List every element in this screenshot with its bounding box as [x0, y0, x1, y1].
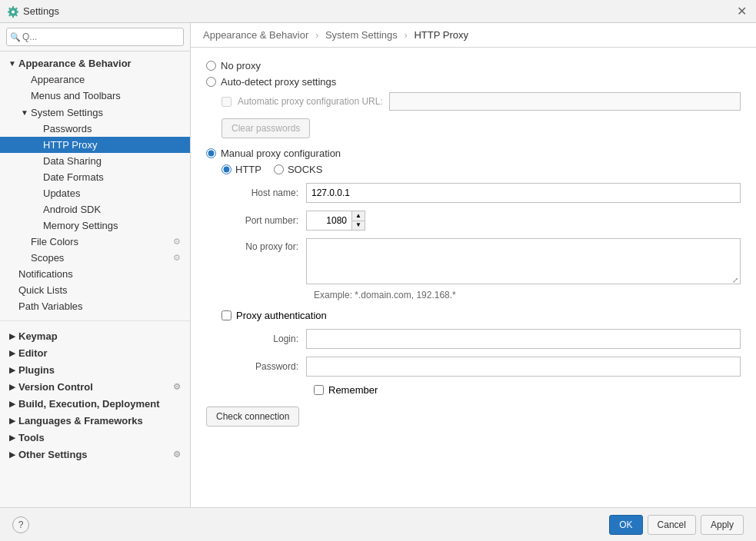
- manual-proxy-radio[interactable]: [206, 148, 216, 158]
- collapse-arrow: ▶: [6, 450, 18, 459]
- help-button[interactable]: ?: [12, 516, 29, 533]
- collapse-arrow: ▶: [6, 433, 18, 442]
- example-text: Example: *.domain.com, 192.168.*: [314, 290, 741, 300]
- port-spin-up[interactable]: ▲: [352, 211, 365, 221]
- host-name-input[interactable]: [306, 183, 741, 203]
- sidebar-group-version-control[interactable]: ▶ Version Control ⚙: [0, 378, 190, 395]
- expand-icon[interactable]: ⤢: [732, 276, 738, 284]
- auto-detect-row: Auto-detect proxy settings: [206, 76, 741, 88]
- login-input[interactable]: [306, 329, 741, 349]
- auto-detect-radio[interactable]: [206, 77, 216, 87]
- no-proxy-radio[interactable]: [206, 61, 216, 71]
- port-number-input[interactable]: [306, 211, 352, 231]
- sidebar-item-path-variables[interactable]: Path Variables: [0, 298, 190, 314]
- auto-detect-label[interactable]: Auto-detect proxy settings: [221, 76, 336, 88]
- sidebar-item-appearance[interactable]: Appearance: [0, 71, 190, 88]
- sidebar-item-label: Data Sharing: [43, 155, 102, 167]
- http-label[interactable]: HTTP: [235, 164, 261, 175]
- sidebar: 🔍 ▼ Appearance & Behavior Appearance Men…: [0, 23, 191, 507]
- no-proxy-row: No proxy: [206, 60, 741, 71]
- proxy-auth-checkbox[interactable]: [221, 310, 231, 320]
- login-row: Login:: [221, 329, 741, 349]
- collapse-arrow: ▼: [18, 108, 31, 117]
- sidebar-group-editor[interactable]: ▶ Editor: [0, 344, 190, 361]
- remember-row: Remember: [314, 384, 741, 396]
- sidebar-group-other-settings[interactable]: ▶ Other Settings ⚙: [0, 446, 190, 463]
- password-input[interactable]: [306, 357, 741, 377]
- settings-icon: [6, 5, 18, 18]
- sidebar-item-data-sharing[interactable]: Data Sharing: [0, 153, 190, 169]
- settings-content: No proxy Auto-detect proxy settings Auto…: [191, 48, 756, 507]
- gear-icon: ⚙: [173, 450, 184, 460]
- sidebar-item-quick-lists[interactable]: Quick Lists: [0, 282, 190, 298]
- sidebar-group-label: Plugins: [18, 364, 55, 376]
- sidebar-item-label: Android SDK: [43, 204, 101, 215]
- manual-proxy-label[interactable]: Manual proxy configuration: [221, 148, 341, 159]
- right-panel: Appearance & Behavior › System Settings …: [191, 23, 756, 507]
- sidebar-item-label: Memory Settings: [43, 220, 118, 231]
- sidebar-item-android-sdk[interactable]: Android SDK: [0, 201, 190, 217]
- sidebar-item-updates[interactable]: Updates: [0, 185, 190, 201]
- sidebar-group-keymap[interactable]: ▶ Keymap: [0, 327, 190, 344]
- sidebar-group-tools[interactable]: ▶ Tools: [0, 429, 190, 446]
- proxy-auth-row: Proxy authentication: [221, 310, 741, 321]
- sidebar-group-label: Other Settings: [18, 449, 88, 460]
- bottom-bar: ? OK Cancel Apply: [0, 507, 756, 541]
- main-container: 🔍 ▼ Appearance & Behavior Appearance Men…: [0, 23, 756, 541]
- check-connection-button[interactable]: Check connection: [206, 407, 299, 426]
- search-input[interactable]: [6, 28, 184, 46]
- socks-radio[interactable]: [274, 164, 284, 174]
- host-name-row: Host name:: [221, 183, 741, 203]
- login-label: Login:: [221, 334, 306, 344]
- sidebar-item-scopes[interactable]: Scopes ⚙: [0, 250, 190, 266]
- sidebar-group-system-settings[interactable]: ▼ System Settings: [0, 104, 190, 121]
- collapse-arrow: ▼: [6, 59, 18, 68]
- no-proxy-for-input[interactable]: [306, 238, 741, 284]
- auto-config-checkbox[interactable]: [221, 97, 231, 107]
- sidebar-group-label: Version Control: [18, 381, 93, 393]
- sidebar-item-label: Appearance: [31, 74, 85, 85]
- sidebar-item-memory-settings[interactable]: Memory Settings: [0, 217, 190, 234]
- sidebar-item-date-formats[interactable]: Date Formats: [0, 169, 190, 185]
- no-proxy-for-row: No proxy for: ⤢: [221, 238, 741, 287]
- sidebar-item-label: Scopes: [31, 252, 64, 264]
- no-proxy-label[interactable]: No proxy: [221, 60, 261, 71]
- sidebar-group-languages-frameworks[interactable]: ▶ Languages & Frameworks: [0, 412, 190, 429]
- remember-label[interactable]: Remember: [328, 384, 378, 396]
- breadcrumb-sep1: ›: [315, 29, 318, 41]
- breadcrumb-part3: HTTP Proxy: [414, 29, 468, 41]
- auto-config-input[interactable]: [389, 92, 741, 111]
- sidebar-item-label: File Colors: [31, 236, 78, 247]
- manual-proxy-row: Manual proxy configuration: [206, 148, 741, 159]
- sidebar-item-label: Path Variables: [18, 300, 83, 312]
- sidebar-group-appearance-behavior[interactable]: ▼ Appearance & Behavior: [0, 55, 190, 71]
- sidebar-item-menus-toolbars[interactable]: Menus and Toolbars: [0, 88, 190, 104]
- close-button[interactable]: ✕: [734, 4, 750, 19]
- port-number-label: Port number:: [221, 215, 306, 226]
- apply-button[interactable]: Apply: [701, 515, 744, 535]
- port-spin-down[interactable]: ▼: [352, 221, 365, 231]
- password-label: Password:: [221, 361, 306, 372]
- sidebar-item-label: Updates: [43, 188, 80, 199]
- sidebar-item-file-colors[interactable]: File Colors ⚙: [0, 234, 190, 250]
- breadcrumb-sep2: ›: [404, 29, 407, 41]
- socks-label[interactable]: SOCKS: [288, 164, 323, 175]
- host-name-label: Host name:: [221, 188, 306, 198]
- auto-config-row: Automatic proxy configuration URL:: [221, 92, 741, 111]
- ok-button[interactable]: OK: [609, 515, 642, 535]
- collapse-arrow: ▶: [6, 366, 18, 374]
- collapse-arrow: ▶: [6, 400, 18, 408]
- sidebar-group-build-execution[interactable]: ▶ Build, Execution, Deployment: [0, 395, 190, 412]
- sidebar-group-plugins[interactable]: ▶ Plugins: [0, 361, 190, 378]
- sidebar-item-passwords[interactable]: Passwords: [0, 121, 190, 137]
- remember-checkbox[interactable]: [314, 385, 324, 395]
- sidebar-item-label: Menus and Toolbars: [31, 90, 121, 101]
- sidebar-item-http-proxy[interactable]: HTTP Proxy: [0, 137, 190, 153]
- title-bar: Settings ✕: [0, 0, 756, 23]
- cancel-button[interactable]: Cancel: [648, 515, 696, 535]
- sidebar-item-notifications[interactable]: Notifications: [0, 266, 190, 282]
- sidebar-tree: ▼ Appearance & Behavior Appearance Menus…: [0, 51, 190, 507]
- http-radio[interactable]: [221, 164, 231, 174]
- clear-passwords-button[interactable]: Clear passwords: [221, 118, 310, 138]
- proxy-auth-label[interactable]: Proxy authentication: [236, 310, 327, 321]
